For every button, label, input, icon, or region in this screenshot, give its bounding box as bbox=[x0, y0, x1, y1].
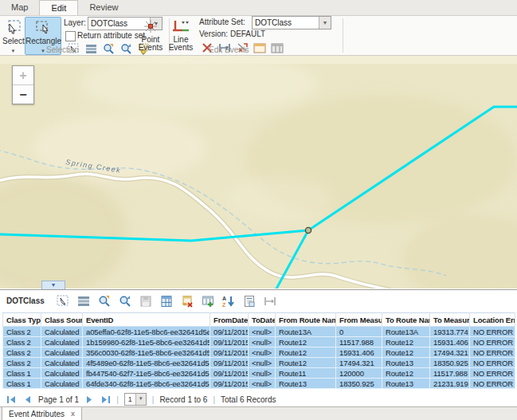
prev-page-icon[interactable] bbox=[22, 394, 33, 405]
rectangle-select-icon bbox=[35, 19, 51, 35]
point-events-button[interactable]: Point Events bbox=[135, 17, 166, 55]
select-tool-button[interactable]: Select ▼ bbox=[2, 17, 25, 55]
chevron-down-icon[interactable]: ▼ bbox=[135, 394, 146, 405]
select-records-icon[interactable] bbox=[57, 294, 70, 308]
table-row[interactable]: Class 2Calculated4f5489e0-62f8-11e5-8bc6… bbox=[3, 358, 515, 368]
col-fromdate[interactable]: FromDate bbox=[210, 313, 249, 327]
col-eventid[interactable]: EventID bbox=[83, 313, 210, 327]
route-junction-marker bbox=[305, 227, 311, 233]
col-to-route-name[interactable]: To Route Name bbox=[382, 313, 430, 327]
table-row[interactable]: Class 2Calculated356c0030-62f8-11e5-8bc6… bbox=[3, 347, 515, 358]
cell: Route12 bbox=[382, 368, 430, 379]
map-canvas[interactable]: Spring Creek + − bbox=[0, 56, 517, 289]
cell: 64fde340-62f8-11e5-8bc6-ee32641d5ec9 bbox=[83, 379, 210, 389]
bottom-tab-bar: Event Attributes x bbox=[0, 406, 517, 420]
zoom-to-selection-icon[interactable] bbox=[102, 42, 115, 55]
cell: Route13A bbox=[276, 327, 336, 337]
layer-label: Layer: bbox=[64, 18, 86, 27]
panel-collapse-tab[interactable]: ▼ bbox=[41, 281, 65, 289]
cell: NO ERROR bbox=[470, 337, 515, 347]
cell: Calculated bbox=[41, 337, 83, 347]
cell: Route12 bbox=[382, 347, 430, 358]
next-page-icon[interactable] bbox=[84, 394, 95, 405]
cell: 21231.919 bbox=[430, 379, 470, 389]
rectangle-button-label: Rectangle bbox=[25, 37, 61, 45]
close-icon[interactable]: x bbox=[71, 410, 75, 418]
show-all-records-icon[interactable] bbox=[77, 294, 91, 308]
tab-map[interactable]: Map bbox=[0, 0, 39, 15]
add-record-icon[interactable] bbox=[202, 294, 215, 308]
table-row[interactable]: Class 1Calculated64fde340-62f8-11e5-8bc6… bbox=[3, 379, 515, 389]
pan-to-selection-icon[interactable] bbox=[119, 42, 132, 55]
cell: Class 2 bbox=[3, 337, 41, 347]
show-selected-records-icon[interactable] bbox=[84, 42, 97, 55]
col-class-source[interactable]: Class Source bbox=[41, 313, 83, 327]
separator: | bbox=[152, 395, 155, 404]
sort-records-icon[interactable]: AZ bbox=[222, 294, 236, 308]
event-attributes-table: Class Type Class Source EventID FromDate… bbox=[2, 312, 515, 389]
tab-event-attributes-label: Event Attributes bbox=[9, 410, 65, 418]
cell: fb447540-62f7-11e5-8bc6-ee32641d5ec9 bbox=[83, 368, 210, 379]
cell: 17494.321 bbox=[336, 358, 382, 368]
zoom-to-selection-icon[interactable] bbox=[98, 294, 112, 308]
tab-edit[interactable]: Edit bbox=[39, 0, 78, 15]
table-row[interactable]: Class 1Calculatedfb447540-62f7-11e5-8bc6… bbox=[3, 368, 515, 379]
chevron-down-icon[interactable]: ▼ bbox=[41, 49, 45, 53]
delete-record-icon[interactable] bbox=[181, 294, 194, 308]
panel-title: DOTClass bbox=[6, 296, 45, 305]
measure-selection-icon[interactable] bbox=[264, 294, 277, 308]
cell: a05effa0-62f8-11e5-8bc6-ee32641d5ec9 bbox=[83, 327, 210, 337]
col-location-error[interactable]: Location Error bbox=[470, 313, 515, 327]
event-window-icon[interactable] bbox=[253, 41, 266, 54]
form-view-icon[interactable] bbox=[243, 294, 257, 308]
col-todate[interactable]: ToDate bbox=[249, 313, 276, 327]
ribbon-tab-bar: Map Edit Review bbox=[0, 0, 517, 16]
collapse-panel-icon: ▼ bbox=[51, 282, 57, 288]
select-tool-icon bbox=[6, 19, 22, 35]
first-page-icon[interactable] bbox=[6, 394, 17, 405]
cell: 11517.988 bbox=[430, 368, 470, 379]
cell: Calculated bbox=[41, 347, 83, 358]
svg-text:A: A bbox=[222, 296, 226, 301]
event-attributes-panel: DOTClass bbox=[0, 289, 517, 407]
cell: 11517.988 bbox=[336, 337, 382, 347]
line-events-icon bbox=[172, 19, 190, 33]
cell: 18350.925 bbox=[430, 358, 470, 368]
cell: Class 1 bbox=[3, 379, 41, 389]
event-table-icon[interactable] bbox=[271, 41, 284, 54]
cell: 120000 bbox=[336, 368, 382, 379]
col-from-route-name[interactable]: From Route Name bbox=[276, 313, 336, 327]
col-from-measure[interactable]: From Measure bbox=[336, 313, 382, 327]
tab-review[interactable]: Review bbox=[78, 0, 129, 15]
chevron-down-icon[interactable]: ▼ bbox=[319, 17, 331, 29]
zoom-in-button[interactable]: + bbox=[13, 66, 33, 84]
cell: <null> bbox=[249, 347, 276, 358]
page-number-value: 1 bbox=[125, 394, 135, 405]
cell: 15931.406 bbox=[430, 337, 470, 347]
attribute-set-dropdown[interactable]: DOTClass ▼ bbox=[252, 16, 331, 29]
return-attribute-set-checkbox[interactable] bbox=[65, 31, 76, 41]
cell: Calculated bbox=[41, 379, 83, 389]
pan-to-selection-icon[interactable] bbox=[119, 294, 132, 308]
page-number-dropdown[interactable]: 1 ▼ bbox=[124, 393, 147, 406]
col-class-type[interactable]: Class Type bbox=[3, 313, 41, 327]
cell: NO ERROR bbox=[470, 379, 515, 389]
map-zoom-control: + − bbox=[12, 65, 34, 104]
cell: 09/11/2015 bbox=[210, 358, 249, 368]
cell: <null> bbox=[249, 358, 276, 368]
panel-toolbar: DOTClass bbox=[0, 290, 517, 312]
last-page-icon[interactable] bbox=[100, 394, 111, 405]
tab-event-attributes[interactable]: Event Attributes x bbox=[2, 407, 82, 420]
save-icon[interactable] bbox=[139, 294, 153, 308]
line-events-button[interactable]: Line Events bbox=[166, 17, 196, 55]
cell: 4f5489e0-62f8-11e5-8bc6-ee32641d5ec9 bbox=[83, 358, 210, 368]
attribute-calculator-icon[interactable] bbox=[160, 294, 174, 308]
zoom-out-button[interactable]: − bbox=[13, 84, 33, 104]
table-row[interactable]: Class 2Calculateda05effa0-62f8-11e5-8bc6… bbox=[3, 327, 515, 337]
page-text: Page 1 of 1 bbox=[38, 395, 79, 404]
select-button-label: Select bbox=[2, 37, 24, 45]
col-to-measure[interactable]: To Measure bbox=[430, 313, 470, 327]
cell: 09/11/2015 bbox=[210, 337, 249, 347]
chevron-down-icon[interactable]: ▼ bbox=[11, 49, 16, 53]
table-row[interactable]: Class 2Calculated1b159980-62f8-11e5-8bc6… bbox=[3, 337, 515, 347]
